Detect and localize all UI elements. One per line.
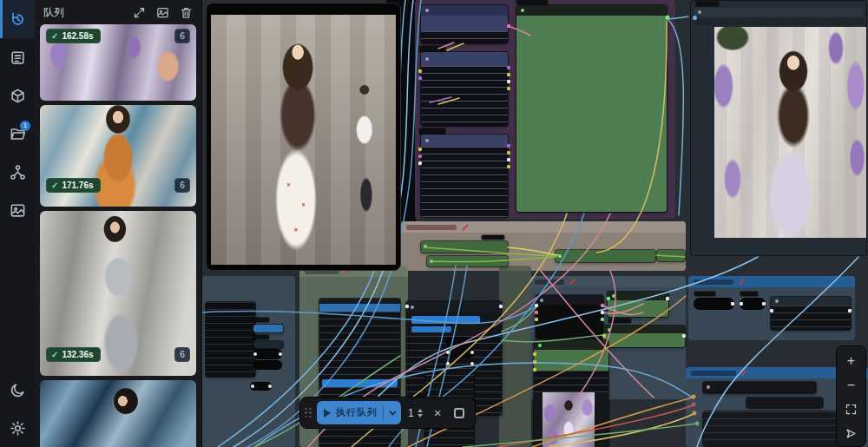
- wisteria-image-preview: [714, 27, 866, 238]
- gear-icon: [10, 420, 26, 437]
- output-count-badge: 6: [174, 178, 190, 193]
- sidebar-item-queue-history[interactable]: [0, 0, 35, 38]
- workflow-icon: [10, 164, 26, 181]
- duration-badge: ✓162.58s: [46, 29, 101, 43]
- duration-badge: ✓132.36s: [46, 347, 101, 362]
- sidebar-item-gallery[interactable]: [0, 191, 35, 229]
- sidebar-spacer: [0, 229, 35, 371]
- clear-queue-button[interactable]: ×: [430, 405, 446, 420]
- duration-badge: ✓171.76s: [46, 178, 101, 193]
- history-icon: [10, 11, 26, 28]
- queue-panel: 队列 ✓162.58s 6 ✓171.76s 6: [35, 0, 202, 447]
- image-preview-node[interactable]: [690, 0, 867, 256]
- sidebar-item-workflows[interactable]: 1: [0, 115, 35, 153]
- output-count-badge: 6: [174, 29, 190, 43]
- fit-view-icon: [845, 403, 858, 416]
- run-queue-label: 执行队列: [336, 406, 378, 419]
- step-down-icon[interactable]: [418, 414, 423, 417]
- expand-icon[interactable]: [133, 6, 146, 19]
- chevron-down-icon[interactable]: [389, 408, 396, 415]
- node-graph-canvas[interactable]: 执行队列 1 × + −: [202, 0, 868, 447]
- output-count-badge: 6: [174, 347, 190, 362]
- queue-item[interactable]: [40, 380, 196, 447]
- node-title-label: [696, 2, 719, 6]
- queue-item[interactable]: ✓171.76s 6: [40, 105, 196, 207]
- image-preview-node[interactable]: [206, 3, 401, 271]
- pan-mode-button[interactable]: [839, 423, 863, 444]
- node-widget-row[interactable]: [694, 8, 864, 16]
- stop-button[interactable]: [454, 408, 464, 418]
- cube-icon: [10, 88, 26, 104]
- run-queue-button[interactable]: 执行队列: [317, 401, 401, 424]
- input-port[interactable]: [693, 16, 697, 20]
- batch-stepper[interactable]: [418, 409, 423, 417]
- fit-view-button[interactable]: [839, 398, 863, 420]
- queue-item[interactable]: ✓132.36s 6: [40, 211, 196, 376]
- icon-sidebar: 1: [0, 0, 35, 447]
- check-icon: ✓: [51, 31, 58, 41]
- check-icon: ✓: [51, 350, 58, 359]
- main-image-preview: [211, 15, 396, 265]
- image-icon: [10, 202, 26, 219]
- batch-count-field[interactable]: 1: [406, 407, 424, 419]
- gallery-icon[interactable]: [156, 6, 169, 19]
- sidebar-item-theme-toggle[interactable]: [0, 371, 35, 409]
- sidebar-item-model-library[interactable]: [0, 76, 35, 115]
- queue-panel-title: 队列: [43, 5, 122, 20]
- sidebar-item-node-library[interactable]: [0, 38, 35, 76]
- queue-item[interactable]: ✓162.58s 6: [40, 24, 196, 101]
- run-toolbar: 执行队列 1 ×: [299, 397, 476, 429]
- batch-count-value: 1: [408, 407, 414, 419]
- zoom-out-button[interactable]: −: [839, 374, 863, 396]
- button-divider: [383, 406, 384, 420]
- play-icon: [324, 409, 331, 417]
- node-widget-row[interactable]: [694, 18, 864, 25]
- queue-panel-header: 队列: [35, 0, 201, 24]
- zoom-in-button[interactable]: +: [839, 350, 863, 371]
- moon-icon: [10, 382, 26, 398]
- app-window: 1 队列: [0, 0, 868, 447]
- step-up-icon[interactable]: [418, 409, 423, 412]
- check-icon: ✓: [51, 181, 58, 190]
- workflows-count-badge: 1: [20, 121, 30, 131]
- trash-icon[interactable]: [180, 6, 193, 19]
- list-panel-icon: [10, 49, 26, 66]
- cursor-arrow-icon: [845, 427, 858, 440]
- result-thumbnail: [40, 380, 196, 447]
- queue-item-list[interactable]: ✓162.58s 6 ✓171.76s 6 ✓132.36s 6: [35, 24, 201, 447]
- sidebar-item-settings[interactable]: [0, 409, 35, 447]
- drag-handle-icon[interactable]: [305, 408, 312, 418]
- sidebar-item-node-map[interactable]: [0, 153, 35, 191]
- zoom-toolbar: + −: [836, 345, 866, 447]
